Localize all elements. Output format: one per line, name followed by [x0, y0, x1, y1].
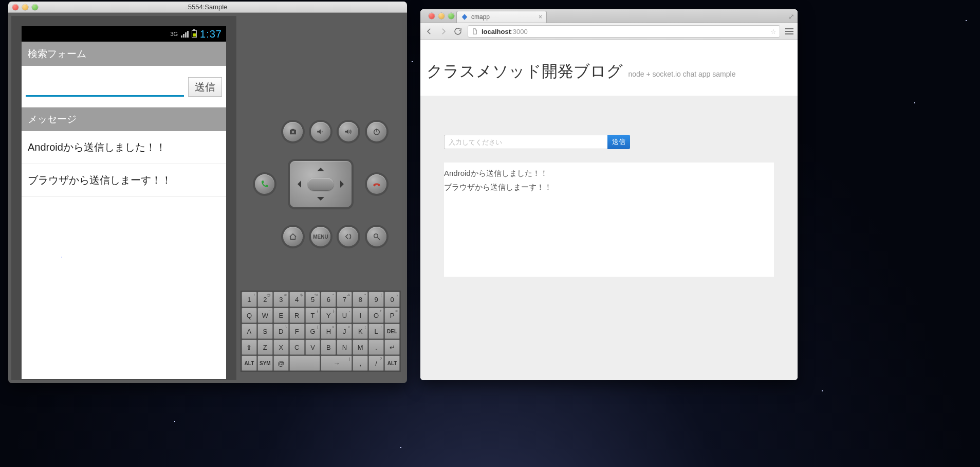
key-o[interactable]: +O — [368, 308, 384, 323]
home-icon[interactable] — [283, 227, 303, 246]
key-l[interactable]: :L — [368, 324, 384, 339]
chat-input[interactable] — [444, 135, 607, 149]
key-d[interactable]: \D — [273, 324, 289, 339]
zoom-icon[interactable] — [448, 13, 454, 19]
key-h[interactable]: <H — [321, 324, 336, 339]
network-label: 3G — [170, 31, 178, 37]
back-icon[interactable] — [339, 227, 358, 246]
key-period[interactable]: . — [368, 339, 384, 355]
dpad[interactable] — [290, 161, 352, 207]
key-7[interactable]: &7 — [337, 292, 352, 307]
key-y[interactable]: }Y — [321, 308, 336, 323]
key-s[interactable]: `S — [257, 324, 273, 339]
key-i[interactable]: I — [353, 308, 368, 323]
dpad-up-icon[interactable] — [317, 164, 324, 171]
browser-send-button[interactable]: 送信 — [607, 135, 630, 149]
key-sym[interactable]: SYM — [257, 355, 273, 371]
address-bar[interactable]: localhost:3000 ☆ — [468, 25, 780, 38]
menu-icon[interactable] — [785, 28, 793, 34]
key-9[interactable]: (9 — [368, 292, 384, 307]
dpad-left-icon[interactable] — [294, 181, 301, 188]
browser-tab[interactable]: cmapp × — [456, 11, 547, 23]
key-f[interactable]: 'F — [289, 324, 305, 339]
key-e[interactable]: E — [273, 308, 289, 323]
key-shift[interactable]: ⇧ — [242, 339, 257, 355]
key-4[interactable]: $4 — [289, 292, 305, 307]
key-g[interactable]: [G — [305, 324, 321, 339]
key-0[interactable]: )0 — [384, 292, 400, 307]
power-icon[interactable] — [367, 122, 386, 141]
key-space[interactable] — [289, 355, 321, 371]
key-enter[interactable]: ↵ — [384, 339, 400, 355]
key-right-arrow[interactable]: |→ — [321, 355, 352, 371]
key-z[interactable]: Z — [257, 339, 273, 355]
android-send-button[interactable]: 送信 — [188, 77, 222, 97]
key-1[interactable]: !1 — [242, 292, 257, 307]
key-m[interactable]: M — [353, 339, 368, 355]
reload-icon[interactable] — [453, 27, 463, 36]
emulator-titlebar[interactable]: 5554:Sample — [8, 2, 407, 13]
bookmark-star-icon[interactable]: ☆ — [770, 28, 776, 35]
control-cluster: MENU — [254, 109, 387, 260]
list-item: ブラウザから送信しまーす！！ — [444, 181, 774, 194]
svg-line-4 — [377, 238, 380, 240]
battery-icon — [192, 30, 197, 38]
phone-screen: 3G 1:37 検索フォーム 送信 メッセージ Androidから送信しました！… — [22, 26, 226, 379]
emulator-window: 5554:Sample 3G 1:37 検索フォーム 送信 メッセージ Andr — [8, 2, 407, 383]
browser-tabstrip: cmapp × ⤢ — [420, 9, 798, 23]
key-x[interactable]: X — [273, 339, 289, 355]
key-3[interactable]: #3 — [273, 292, 289, 307]
android-statusbar: 3G 1:37 — [22, 26, 226, 42]
call-icon[interactable] — [255, 174, 274, 194]
key-q[interactable]: Q — [242, 308, 257, 323]
key-c[interactable]: C — [289, 339, 305, 355]
menu-button[interactable]: MENU — [311, 227, 330, 246]
favicon-icon — [461, 13, 468, 21]
key-alt-left[interactable]: ALT — [242, 355, 257, 371]
key-alt-right[interactable]: ALT — [384, 355, 400, 371]
key-at[interactable]: @ — [273, 355, 289, 371]
close-icon[interactable] — [429, 13, 435, 19]
key-del[interactable]: DEL — [384, 324, 400, 339]
key-n[interactable]: N — [337, 339, 352, 355]
search-input[interactable] — [26, 77, 184, 97]
minimize-icon[interactable] — [438, 13, 445, 19]
key-comma[interactable]: , — [353, 355, 368, 371]
dpad-down-icon[interactable] — [317, 197, 324, 204]
key-r[interactable]: R — [289, 308, 305, 323]
dpad-right-icon[interactable] — [340, 181, 347, 188]
key-j[interactable]: >J — [337, 324, 352, 339]
key-slash[interactable]: ?/ — [368, 355, 384, 371]
key-5[interactable]: %5 — [305, 292, 321, 307]
end-call-icon[interactable] — [367, 174, 386, 194]
tab-title: cmapp — [471, 13, 490, 21]
key-u[interactable]: -U — [337, 308, 352, 323]
nav-back-icon[interactable] — [424, 27, 434, 36]
key-b[interactable]: B — [321, 339, 336, 355]
key-2[interactable]: @2 — [257, 292, 273, 307]
page-header: クラスメソッド開発ブログ node + socket.io chat app s… — [420, 40, 798, 96]
dpad-center-button[interactable] — [308, 178, 334, 190]
key-v[interactable]: V — [305, 339, 321, 355]
volume-down-icon[interactable] — [311, 122, 330, 141]
signal-bars-icon — [181, 31, 189, 38]
key-t[interactable]: {T — [305, 308, 321, 323]
tab-close-icon[interactable]: × — [539, 13, 542, 21]
key-a[interactable]: A — [242, 324, 257, 339]
page-subtitle: node + socket.io chat app sample — [628, 70, 735, 78]
browser-page: クラスメソッド開発ブログ node + socket.io chat app s… — [420, 40, 798, 380]
traffic-lights — [429, 13, 454, 19]
url-host: localhost:3000 — [482, 28, 528, 35]
key-k[interactable]: ;K — [353, 324, 368, 339]
list-item: Androidから送信しました！！ — [444, 167, 774, 181]
statusbar-clock: 1:37 — [200, 28, 222, 40]
key-8[interactable]: *8 — [353, 292, 368, 307]
key-w[interactable]: ~W — [257, 308, 273, 323]
search-icon[interactable] — [367, 227, 386, 246]
key-6[interactable]: ^6 — [321, 292, 336, 307]
maximize-icon[interactable]: ⤢ — [788, 12, 794, 21]
key-p[interactable]: =P — [384, 308, 400, 323]
volume-up-icon[interactable] — [339, 122, 358, 141]
camera-icon[interactable] — [283, 122, 303, 141]
nav-forward-icon[interactable] — [439, 27, 448, 36]
